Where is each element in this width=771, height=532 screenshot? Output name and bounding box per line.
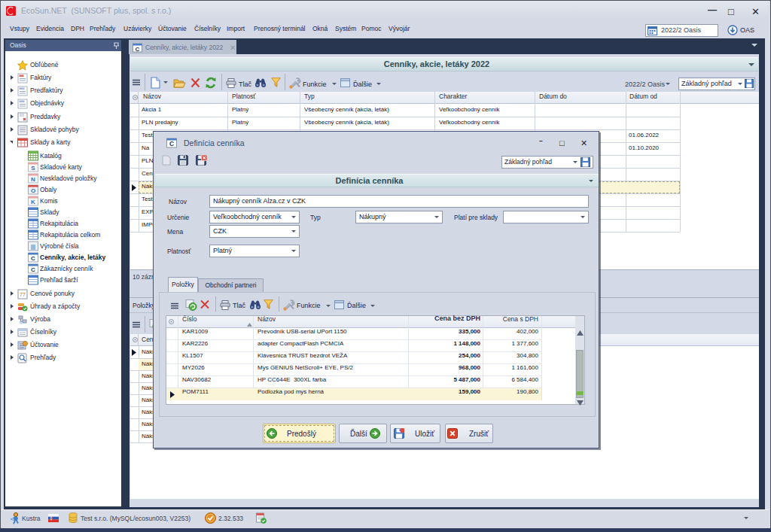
svg-text:C: C <box>31 266 35 273</box>
svg-text:C: C <box>31 255 35 262</box>
svg-text:N: N <box>31 176 35 183</box>
svg-text:K: K <box>31 199 35 205</box>
svg-text:C: C <box>136 46 140 53</box>
svg-text:ïį: ïį <box>20 320 22 324</box>
svg-text:C: C <box>169 140 174 147</box>
svg-text:77: 77 <box>20 292 26 297</box>
svg-text:|||: ||| <box>31 244 35 250</box>
svg-text:O: O <box>31 187 35 194</box>
svg-text:S: S <box>31 165 35 172</box>
